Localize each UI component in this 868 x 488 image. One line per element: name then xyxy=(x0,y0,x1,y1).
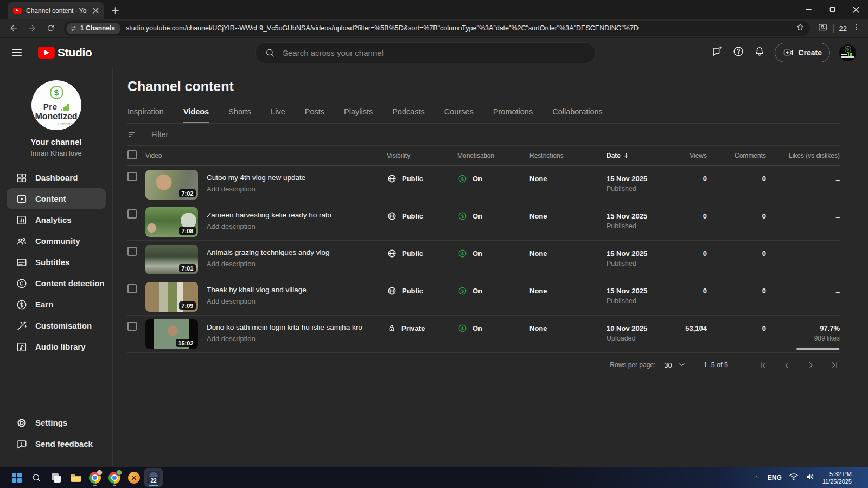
tab-promotions[interactable]: Promotions xyxy=(493,107,533,123)
sidebar-item-audio-library[interactable]: Audio library xyxy=(7,336,106,357)
minimize-button[interactable] xyxy=(796,0,820,19)
channel-avatar[interactable]: $ Pre Monetized Channel xyxy=(31,80,81,130)
row-checkbox[interactable] xyxy=(127,322,137,331)
sidebar-item-customisation[interactable]: Customisation xyxy=(7,315,106,336)
back-button[interactable] xyxy=(5,20,22,36)
sidebar-item-community[interactable]: Community xyxy=(7,230,106,252)
hamburger-menu-icon[interactable] xyxy=(12,44,28,61)
tab-search-icon[interactable] xyxy=(818,22,828,35)
video-title[interactable]: Cutoo my 4th vlog new update xyxy=(207,174,379,182)
new-tab-button[interactable] xyxy=(107,3,123,18)
tab-inspiration[interactable]: Inspiration xyxy=(127,107,164,123)
chrome-profile-2-button[interactable] xyxy=(105,468,124,487)
add-description-link[interactable]: Add description xyxy=(207,297,379,305)
customisation-wand-icon xyxy=(16,320,28,332)
active-browser-button[interactable]: 22 xyxy=(144,468,163,487)
tab-collaborations[interactable]: Collaborations xyxy=(552,107,603,123)
wifi-icon[interactable] xyxy=(789,472,799,484)
sidebar-item-settings[interactable]: Settings xyxy=(7,412,106,433)
tab-courses[interactable]: Courses xyxy=(444,107,474,123)
add-description-link[interactable]: Add description xyxy=(207,185,379,193)
tab-posts[interactable]: Posts xyxy=(305,107,324,123)
sidebar-item-content-detection[interactable]: Content detection xyxy=(7,273,106,294)
table-row[interactable]: 7:08 Zameen harvesting kelie ready ho ra… xyxy=(127,203,840,241)
video-title[interactable]: Theak hy khali vlog and village xyxy=(207,286,379,294)
video-thumbnail[interactable]: 7:01 xyxy=(145,245,198,274)
tab-live[interactable]: Live xyxy=(271,107,285,123)
previous-page-button[interactable] xyxy=(781,359,792,370)
language-indicator[interactable]: ENG xyxy=(768,474,782,481)
monetisation-dollar-icon: $ xyxy=(457,174,468,184)
tab-videos[interactable]: Videos xyxy=(183,107,209,123)
table-row[interactable]: 7:01 Animals grazing techniques andy vlo… xyxy=(127,241,840,278)
table-row[interactable]: 7:09 Theak hy khali vlog and village Add… xyxy=(127,278,840,316)
select-all-checkbox[interactable] xyxy=(127,150,137,159)
taskbar-search-icon[interactable] xyxy=(27,468,46,487)
help-icon[interactable] xyxy=(732,46,744,60)
close-button[interactable] xyxy=(844,0,868,19)
video-title[interactable]: Zameen harvesting kelie ready ho rabi xyxy=(207,211,379,220)
sidebar-item-analytics[interactable]: Analytics xyxy=(7,209,106,230)
create-button[interactable]: Create xyxy=(775,43,830,62)
views-cell: 0 xyxy=(680,249,707,278)
next-page-button[interactable] xyxy=(805,359,816,370)
channel-search[interactable] xyxy=(255,42,596,63)
header-date[interactable]: Date xyxy=(607,152,680,159)
browser-tab[interactable]: Channel content - YouTube Stu xyxy=(8,2,104,19)
table-row[interactable]: 15:02 Dono ko sath mein login krta hu is… xyxy=(127,316,840,353)
sidebar-item-send-feedback[interactable]: Send feedback xyxy=(7,433,106,454)
address-bar[interactable]: 1 Channels studio.youtube.com/channel/UC… xyxy=(64,21,810,36)
hidden-icons-chevron[interactable] xyxy=(752,473,761,483)
tab-count[interactable]: 22 xyxy=(839,24,847,33)
sidebar-item-subtitles[interactable]: Subtitles xyxy=(7,252,106,273)
sidebar-item-earn[interactable]: Earn xyxy=(7,294,106,315)
tab-podcasts[interactable]: Podcasts xyxy=(392,107,425,123)
row-checkbox[interactable] xyxy=(127,172,137,181)
studio-logo[interactable]: Studio xyxy=(38,46,92,59)
volume-icon[interactable] xyxy=(806,472,815,484)
url-text[interactable]: studio.youtube.com/channel/UCjYIR--WWcL9… xyxy=(126,24,792,32)
video-title[interactable]: Animals grazing techniques andy vlog xyxy=(207,248,379,257)
row-checkbox[interactable] xyxy=(127,209,137,219)
table-row[interactable]: 7:02 Cutoo my 4th vlog new update Add de… xyxy=(127,166,840,203)
tab-shorts[interactable]: Shorts xyxy=(228,107,251,123)
browser-menu-icon[interactable] xyxy=(852,23,860,34)
row-checkbox[interactable] xyxy=(127,284,137,293)
tab-close-icon[interactable] xyxy=(91,7,100,15)
tab-playlists[interactable]: Playlists xyxy=(344,107,373,123)
exchange-app-button[interactable]: ✕ xyxy=(125,468,143,487)
video-thumbnail[interactable]: 15:02 xyxy=(145,319,198,349)
filter-label: Filter xyxy=(151,130,168,139)
chrome-profile-1-button[interactable] xyxy=(86,468,104,487)
visibility-cell: Private xyxy=(387,323,457,333)
taskbar-clock[interactable]: 5:32 PM 11/25/2025 xyxy=(822,470,852,485)
forward-button[interactable] xyxy=(24,20,40,36)
last-page-button[interactable] xyxy=(829,359,840,370)
notifications-bell-icon[interactable] xyxy=(754,46,765,60)
add-description-link[interactable]: Add description xyxy=(207,222,379,230)
rows-per-page-value[interactable]: 30 xyxy=(664,361,672,369)
feedback-icon[interactable] xyxy=(711,46,723,60)
channels-chip[interactable]: 1 Channels xyxy=(66,23,120,34)
video-title[interactable]: Dono ko sath mein login krta hu islie sa… xyxy=(207,323,379,332)
file-explorer-button[interactable] xyxy=(66,468,85,487)
task-view-button[interactable] xyxy=(47,468,65,487)
account-avatar[interactable]: $ xyxy=(839,44,856,61)
subtitles-icon xyxy=(16,256,28,268)
maximize-button[interactable] xyxy=(820,0,844,19)
rows-per-page-select[interactable] xyxy=(678,360,686,370)
filter-bar[interactable]: Filter xyxy=(127,124,840,146)
reload-button[interactable] xyxy=(42,20,59,36)
add-description-link[interactable]: Add description xyxy=(207,335,379,343)
add-description-link[interactable]: Add description xyxy=(207,260,379,268)
sidebar-item-dashboard[interactable]: Dashboard xyxy=(7,167,106,188)
bookmark-star-icon[interactable] xyxy=(796,23,805,34)
start-button[interactable] xyxy=(8,468,26,487)
first-page-button[interactable] xyxy=(757,359,768,370)
video-thumbnail[interactable]: 7:02 xyxy=(145,170,198,200)
video-thumbnail[interactable]: 7:09 xyxy=(145,282,198,312)
search-input[interactable] xyxy=(283,48,585,57)
video-thumbnail[interactable]: 7:08 xyxy=(145,207,198,237)
row-checkbox[interactable] xyxy=(127,247,137,256)
sidebar-item-content[interactable]: Content xyxy=(7,188,106,209)
